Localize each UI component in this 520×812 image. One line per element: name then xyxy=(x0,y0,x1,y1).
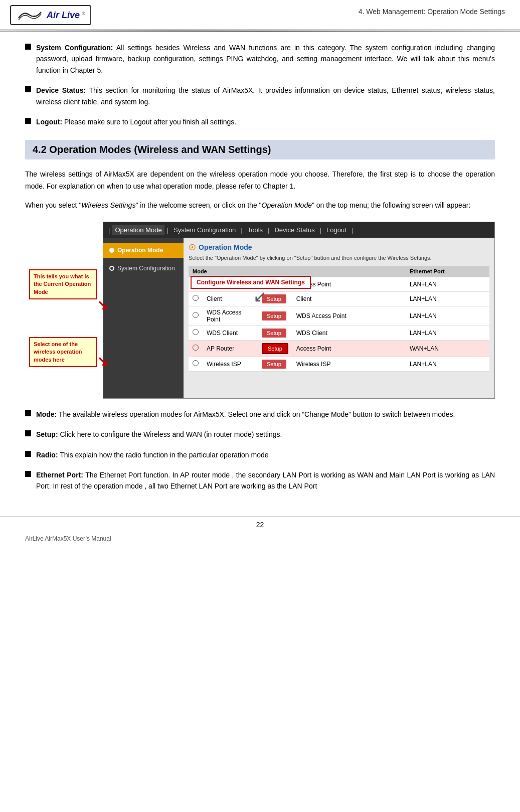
nav-sep-0: | xyxy=(108,226,110,234)
table-row: AP Router Setup Access Point WAN+LAN xyxy=(189,340,489,357)
radio-label-2: WDS Access Point xyxy=(292,306,406,326)
bullet-icon-3 xyxy=(25,118,31,124)
bullet-ethernet-port: Ethernet Port: The Ethernet Port functio… xyxy=(25,469,495,492)
configure-callout-box: Configure Wireless and WAN Settings xyxy=(191,276,311,289)
bullet-text-ethernet: Ethernet Port: The Ethernet Port functio… xyxy=(36,469,495,492)
bullet-icon-1 xyxy=(25,44,31,50)
radio-5[interactable] xyxy=(193,360,199,366)
bullet-mode: Mode: The available wireless operation m… xyxy=(25,409,495,420)
logo-text: Air Live ® xyxy=(47,10,85,21)
radio-label-3: WDS Client xyxy=(292,326,406,340)
mode-label-3: WDS Client xyxy=(203,326,258,340)
port-label-5: LAN+LAN xyxy=(406,357,489,371)
radio-1[interactable] xyxy=(193,295,199,301)
page-header: Air Live ® 4. Web Management: Operation … xyxy=(0,0,520,30)
port-label-2: LAN+LAN xyxy=(406,306,489,326)
footer-sub-text: AirLive AirMax5X User’s Manual xyxy=(0,533,520,545)
bullet-icon-mode xyxy=(25,410,31,416)
port-label-0: LAN+LAN xyxy=(406,277,489,291)
section-heading: 4.2 Operation Modes (Wireless and WAN Se… xyxy=(25,140,495,159)
bullet-label-2: Device Status: xyxy=(36,86,86,94)
port-label-4: WAN+LAN xyxy=(406,340,489,357)
bullet-text-1: System Configuration: All settings besid… xyxy=(36,42,495,76)
logo-area: Air Live ® xyxy=(10,5,91,25)
sidebar-item-system-config[interactable]: System Configuration xyxy=(103,261,184,276)
radio-2[interactable] xyxy=(193,312,199,318)
page-number: 22 xyxy=(0,517,520,533)
arrow-configure-icon: ↙ xyxy=(253,287,267,306)
radio-3[interactable] xyxy=(193,329,199,335)
body-para-2: When you select "Wireless Settings" in t… xyxy=(25,200,495,212)
nav-bar: | Operation Mode | System Configuration … xyxy=(103,222,494,238)
bullet-system-config: System Configuration: All settings besid… xyxy=(25,42,495,76)
nav-sep-5: | xyxy=(352,226,353,234)
bullet-label-setup: Setup: xyxy=(36,430,58,438)
setup-btn-5[interactable]: Setup xyxy=(262,360,286,369)
callout-top-box: This tells you what is the Current Opera… xyxy=(29,269,97,299)
mode-label-4: AP Router xyxy=(203,340,258,357)
screenshot-container: | Operation Mode | System Configuration … xyxy=(103,222,495,399)
main-panel: ☉ Operation Mode Select the "Operation M… xyxy=(184,238,494,398)
bottom-bullets: Mode: The available wireless operation m… xyxy=(25,409,495,492)
bullet-label-ethernet: Ethernet Port: xyxy=(36,471,83,479)
bullet-label-radio: Radio: xyxy=(36,451,58,459)
bullet-icon-ethernet xyxy=(25,471,31,477)
bullet-label-3: Logout: xyxy=(36,118,62,126)
nav-sep-2: | xyxy=(241,226,242,234)
arrow-bottom-icon: ↘ xyxy=(97,353,108,370)
setup-btn-2[interactable]: Setup xyxy=(262,311,286,320)
panel-subtitle: Select the "Operation Mode" by clicking … xyxy=(189,255,489,261)
nav-item-operation-mode[interactable]: Operation Mode xyxy=(112,225,164,235)
arrow-top-icon: ↘ xyxy=(97,297,108,313)
panel-title-text: Operation Mode xyxy=(199,243,252,251)
table-row: WDS Client Setup WDS Client LAN+LAN xyxy=(189,326,489,340)
radio-label-4: Access Point xyxy=(292,340,406,357)
nav-sep-4: | xyxy=(320,226,321,234)
radio-4[interactable] xyxy=(193,345,199,351)
bullet-logout: Logout: Please make sure to Logout after… xyxy=(25,116,495,127)
header-title: 4. Web Management: Operation Mode Settin… xyxy=(359,5,505,16)
sidebar-radio-operation-mode xyxy=(109,248,114,253)
bullet-device-status: Device Status: This section for monitori… xyxy=(25,85,495,107)
col-header-port: Ethernet Port xyxy=(406,266,489,277)
callout-bottom-box: Select one of the wireless operation mod… xyxy=(29,337,97,367)
bullet-text-radio: Radio: This explain how the radio functi… xyxy=(36,449,269,460)
logo-wave-icon xyxy=(16,8,44,22)
bullet-setup: Setup: Click here to configure the Wirel… xyxy=(25,429,495,440)
nav-item-system-config[interactable]: System Configuration xyxy=(171,225,238,235)
port-label-1: LAN+LAN xyxy=(406,291,489,306)
bullet-icon-2 xyxy=(25,86,31,92)
bullet-text-3: Logout: Please make sure to Logout after… xyxy=(36,116,236,127)
body-para-1: The wireless settings of AirMax5X are de… xyxy=(25,169,495,193)
screenshot-wrapper: This tells you what is the Current Opera… xyxy=(25,222,495,399)
table-row: Wireless ISP Setup Wireless ISP LAN+LAN xyxy=(189,357,489,371)
sidebar: Operation Mode System Configuration xyxy=(103,238,184,398)
bullet-label-mode: Mode: xyxy=(36,410,57,418)
setup-btn-4[interactable]: Setup xyxy=(262,343,288,354)
sidebar-radio-system-config xyxy=(109,266,114,271)
nav-item-logout[interactable]: Logout xyxy=(324,225,349,235)
radio-label-5: Wireless ISP xyxy=(292,357,406,371)
panel-title-icon: ☉ xyxy=(189,243,196,252)
mode-label-5: Wireless ISP xyxy=(203,357,258,371)
bullet-text-2: Device Status: This section for monitori… xyxy=(36,85,495,107)
table-row: Client Setup Client LAN+LAN xyxy=(189,291,489,306)
sidebar-item-operation-mode[interactable]: Operation Mode xyxy=(103,243,184,258)
nav-item-device-status[interactable]: Device Status xyxy=(272,225,317,235)
table-row: WDS Access Point Setup WDS Access Point … xyxy=(189,306,489,326)
port-label-3: LAN+LAN xyxy=(406,326,489,340)
main-content: System Configuration: All settings besid… xyxy=(0,32,520,511)
bullet-text-mode: Mode: The available wireless operation m… xyxy=(36,409,455,420)
bullet-label-1: System Configuration: xyxy=(36,44,113,52)
bullet-radio: Radio: This explain how the radio functi… xyxy=(25,449,495,460)
nav-item-tools[interactable]: Tools xyxy=(245,225,265,235)
nav-sep-1: | xyxy=(167,226,168,234)
setup-btn-3[interactable]: Setup xyxy=(262,329,286,338)
panel-title: ☉ Operation Mode xyxy=(189,243,489,252)
radio-label-1: Client xyxy=(292,291,406,306)
logo-box: Air Live ® xyxy=(10,5,91,25)
bullet-text-setup: Setup: Click here to configure the Wirel… xyxy=(36,429,282,440)
bullet-icon-radio xyxy=(25,451,31,457)
sidebar-item-label-2: System Configuration xyxy=(117,265,175,272)
bullet-icon-setup xyxy=(25,430,31,436)
